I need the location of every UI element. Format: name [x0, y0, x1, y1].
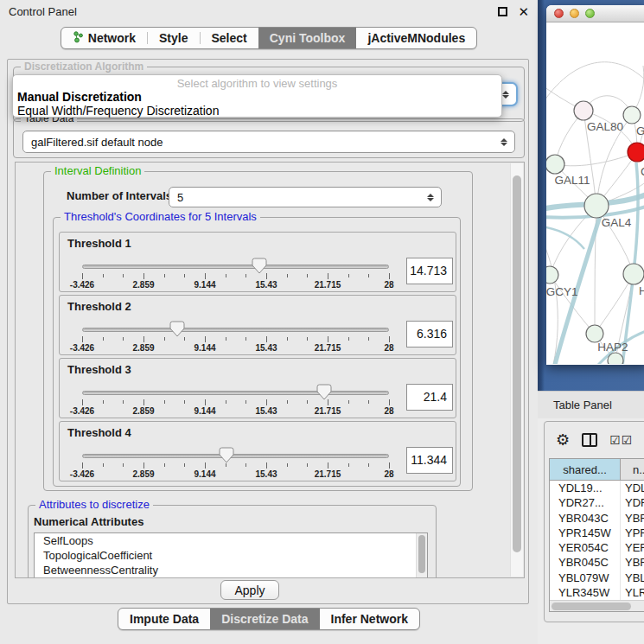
column-header[interactable]: shared...: [550, 459, 621, 481]
tick-mark: [287, 400, 288, 404]
network-node[interactable]: [546, 266, 558, 284]
cell-name: YBR0...: [621, 511, 644, 526]
cell-name: YDL1...: [621, 481, 644, 495]
slider-track[interactable]: [82, 328, 389, 332]
close-light-icon[interactable]: [554, 9, 564, 18]
threshold-box: Threshold 1-3.4262.8599.14415.4321.71528…: [59, 232, 456, 292]
tick-mark: [307, 400, 308, 404]
network-node[interactable]: [623, 106, 641, 124]
table-row[interactable]: YLR345WYLR3...: [550, 585, 644, 600]
tick-mark: [184, 274, 185, 277]
tick-mark: [266, 399, 267, 405]
table-row[interactable]: YER054CYER0...: [550, 540, 644, 555]
tick-mark: [368, 274, 369, 277]
threshold-value[interactable]: 14.713: [406, 258, 453, 284]
checkbox-icons[interactable]: ☑☑: [609, 433, 633, 447]
tab-cyni-toolbox[interactable]: Cyni Toolbox: [258, 28, 357, 48]
tick-label: -3.426: [70, 343, 94, 353]
list-item[interactable]: BetweennessCentrality: [35, 563, 427, 577]
table-row[interactable]: YBL079WYBL0...: [550, 571, 644, 585]
table-row[interactable]: YBR045CYBR0...: [550, 555, 644, 570]
tick-mark: [226, 463, 226, 467]
slider-thumb[interactable]: [252, 258, 267, 274]
threshold-label: Threshold 3: [67, 363, 131, 376]
node-label: GCY1: [546, 285, 577, 298]
table-toolbar: ⚙ ☑☑: [545, 427, 644, 453]
tick-mark: [389, 273, 390, 279]
network-node[interactable]: [586, 325, 603, 342]
horizontal-scrollbar[interactable]: [550, 600, 644, 611]
tick-label: 15.43: [255, 280, 277, 290]
network-node[interactable]: [628, 143, 644, 162]
tick-mark: [226, 400, 226, 404]
table-row[interactable]: YBR043CYBR0...: [550, 511, 644, 526]
minimize-light-icon[interactable]: [570, 9, 579, 18]
slider-thumb[interactable]: [316, 384, 332, 400]
tab-label: Style: [159, 31, 188, 45]
threshold-slider[interactable]: -3.4262.8599.14415.4321.71528: [82, 386, 389, 418]
table-row[interactable]: YDR27...YDR2...: [550, 495, 644, 510]
tick-mark: [266, 336, 267, 342]
slider-track[interactable]: [82, 454, 389, 458]
network-node[interactable]: [608, 353, 623, 364]
slider-track[interactable]: [82, 265, 389, 269]
close-icon[interactable]: ✕: [518, 7, 529, 16]
attr-list-scrollbar[interactable]: [416, 533, 427, 578]
dropdown-option-equal-width[interactable]: Equal Width/Frequency Discretization: [13, 104, 501, 118]
list-item[interactable]: TopologicalCoefficient: [35, 548, 427, 563]
zoom-light-icon[interactable]: [585, 9, 595, 18]
network-window[interactable]: GAL80G.CGAL11GAL4GCY1HHAP2: [546, 5, 644, 365]
network-node[interactable]: [574, 101, 593, 120]
tab-select[interactable]: Select: [201, 28, 258, 48]
tick-label: 21.715: [315, 343, 341, 353]
threshold-box: Threshold 2-3.4262.8599.14415.4321.71528…: [59, 295, 456, 355]
control-panel-titlebar: Control Panel ✕: [0, 0, 538, 22]
tab-label: Network: [88, 31, 136, 45]
tab-jactivemnodules[interactable]: jActiveMNodules: [356, 28, 476, 48]
vertical-scrollbar[interactable]: [510, 163, 523, 577]
tab-infer-network[interactable]: Infer Network: [320, 609, 419, 629]
threshold-value[interactable]: 11.344: [406, 447, 453, 474]
slider-thumb[interactable]: [169, 321, 185, 337]
tab-discretize-data[interactable]: Discretize Data: [210, 609, 319, 629]
tab-network[interactable]: Network: [61, 28, 147, 48]
table-data-combo[interactable]: galFiltered.sif default node: [22, 131, 515, 153]
split-columns-icon[interactable]: [582, 433, 597, 447]
threshold-value[interactable]: 21.4: [406, 384, 453, 411]
node-label: GAL11: [554, 174, 590, 187]
threshold-slider[interactable]: -3.4262.8599.14415.4321.71528: [82, 450, 389, 481]
tick-label: 9.144: [194, 469, 215, 479]
float-icon[interactable]: [498, 7, 507, 16]
slider-thumb[interactable]: [219, 447, 234, 463]
network-canvas[interactable]: GAL80G.CGAL11GAL4GCY1HHAP2: [546, 22, 644, 364]
tick-mark: [245, 463, 246, 467]
numerical-attributes-list[interactable]: SelfLoopsTopologicalCoefficientBetweenne…: [34, 532, 428, 578]
network-node[interactable]: [584, 194, 609, 218]
num-intervals-combo[interactable]: 5: [169, 187, 442, 207]
tab-style[interactable]: Style: [148, 28, 199, 48]
network-node[interactable]: [623, 264, 644, 284]
cell-shared-name: YBR045C: [550, 555, 621, 570]
tick-mark: [287, 463, 288, 467]
tab-impute-data[interactable]: Impute Data: [118, 609, 210, 629]
threshold-box: Threshold 3-3.4262.8599.14415.4321.71528…: [59, 358, 456, 418]
tick-label: 28: [384, 280, 393, 290]
cell-name: YDR2...: [621, 495, 644, 510]
table-row[interactable]: YDL19...YDL1...: [550, 481, 644, 495]
threshold-slider[interactable]: -3.4262.8599.14415.4321.71528: [82, 323, 389, 354]
slider-track[interactable]: [82, 391, 389, 395]
network-window-titlebar: [546, 5, 644, 22]
tick-mark: [103, 274, 104, 277]
column-header[interactable]: n...: [621, 459, 644, 481]
node-label: G.: [636, 124, 644, 137]
apply-button[interactable]: Apply: [220, 580, 279, 600]
tick-mark: [245, 400, 246, 404]
table-row[interactable]: YPR145WYPR1...: [550, 526, 644, 540]
threshold-value[interactable]: 6.316: [406, 321, 453, 348]
dropdown-option-manual[interactable]: Manual Discretization: [13, 90, 501, 104]
network-node[interactable]: [546, 155, 564, 174]
threshold-slider[interactable]: -3.4262.8599.14415.4321.71528: [82, 260, 389, 291]
tick-mark: [184, 400, 185, 404]
list-item[interactable]: SelfLoops: [35, 533, 427, 548]
gear-icon[interactable]: ⚙: [556, 431, 570, 449]
